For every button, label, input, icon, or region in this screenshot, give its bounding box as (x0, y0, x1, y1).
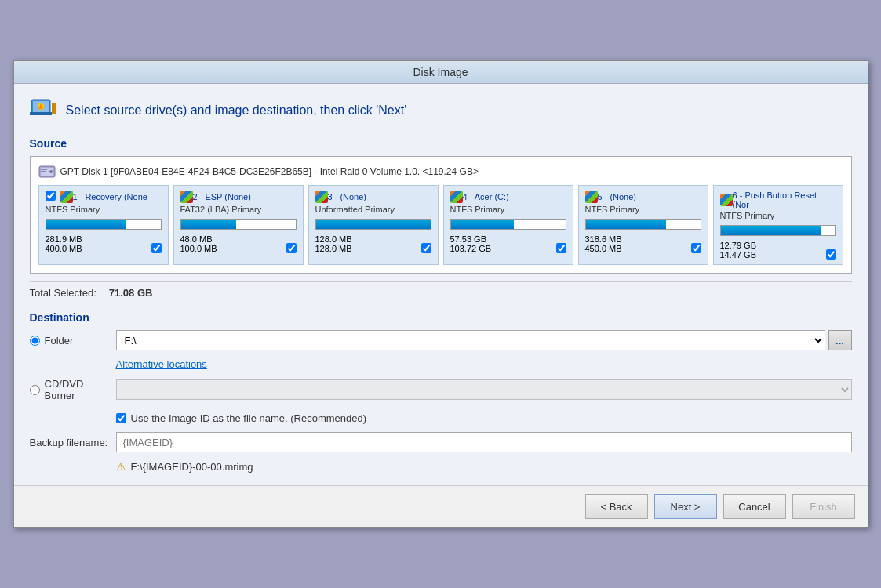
footer: < Back Next > Cancel Finish (14, 485, 868, 527)
partition-check-6 (826, 249, 836, 260)
cd-dvd-radio[interactable] (30, 385, 40, 395)
folder-radio-label[interactable]: Folder (30, 335, 74, 347)
partition-checkbox-4[interactable] (556, 243, 566, 253)
winxp-icon-6 (720, 194, 733, 206)
destination-section-label: Destination (30, 311, 852, 324)
partition-name-3: 3 - (None) (328, 192, 367, 201)
partition-name-5: 5 - (None) (598, 192, 637, 201)
partition-card-5: 5 - (None) NTFS Primary 318.6 MB 450.0 M… (578, 185, 708, 265)
back-button[interactable]: < Back (585, 494, 648, 519)
folder-radio[interactable] (30, 336, 40, 346)
filename-label: Backup filename: (30, 437, 116, 448)
partition-fs-4: NTFS Primary (450, 205, 566, 214)
header-instruction: Select source drive(s) and image destina… (66, 103, 407, 118)
partition-fs-1: NTFS Primary (46, 205, 162, 214)
svg-rect-3 (30, 112, 52, 115)
partition-total-3: 128.0 MB (315, 244, 352, 253)
cd-dvd-radio-label[interactable]: CD/DVD Burner (30, 378, 116, 401)
partition-progress-3 (315, 219, 431, 230)
folder-row: Folder F:\ ... (30, 330, 852, 350)
partition-header-2: 2 - ESP (None) (180, 191, 297, 205)
partition-card-2: 2 - ESP (None) FAT32 (LBA) Primary 48.0 … (173, 185, 304, 265)
partition-size-left-3: 128.0 MB 128.0 MB (315, 234, 352, 253)
warning-icon: ⚠ (116, 460, 126, 473)
partition-checkbox-6[interactable] (826, 249, 836, 260)
cd-dvd-row: CD/DVD Burner (30, 378, 852, 401)
partition-title-4: 4 - Acer (C:) (450, 191, 509, 203)
partition-used-6: 12.79 GB (720, 241, 756, 250)
partition-used-1: 281.9 MB (46, 234, 82, 244)
finish-button: Finish (792, 494, 855, 519)
partition-name-2: 2 - ESP (None) (193, 192, 251, 201)
window-title: Disk Image (413, 66, 468, 78)
partition-checkbox-1[interactable] (151, 243, 162, 253)
partition-card-4: 4 - Acer (C:) NTFS Primary 57.53 GB 103.… (443, 185, 573, 265)
partition-title-6: 6 - Push Button Reset (Nor (720, 191, 836, 209)
partition-header-1: 1 - Recovery (None (46, 191, 162, 205)
cancel-button[interactable]: Cancel (723, 494, 786, 519)
partition-name-1: 1 - Recovery (None (73, 192, 147, 201)
total-value: 71.08 GB (109, 287, 153, 299)
next-button[interactable]: Next > (654, 494, 717, 519)
cd-dvd-select (116, 379, 852, 400)
partition-fs-2: FAT32 (LBA) Primary (180, 205, 297, 214)
partition-size-left-4: 57.53 GB 103.72 GB (450, 234, 492, 253)
partition-checkbox-3[interactable] (421, 243, 431, 253)
source-box: GPT Disk 1 [9F0ABE04-E84E-4F24-B4C5-DC3E… (30, 156, 852, 274)
source-section-label: Source (30, 137, 852, 150)
partition-title-5: 5 - (None) (585, 191, 637, 203)
partition-checkbox-5[interactable] (691, 243, 701, 253)
content-area: Select source drive(s) and image destina… (14, 84, 868, 485)
partition-name-4: 4 - Acer (C:) (463, 192, 509, 201)
use-image-id-checkbox[interactable] (116, 413, 126, 423)
svg-rect-10 (41, 171, 46, 172)
partition-title-1: 1 - Recovery (None (60, 191, 147, 203)
partition-total-2: 100.0 MB (180, 244, 217, 253)
partition-total-5: 450.0 MB (585, 244, 622, 253)
partition-check-5 (691, 243, 701, 253)
partition-title-3: 3 - (None) (315, 191, 367, 203)
partition-total-4: 103.72 GB (450, 244, 492, 253)
filename-input[interactable] (116, 432, 852, 452)
partition-check-3 (421, 243, 431, 253)
partition-card-6: 6 - Push Button Reset (Nor NTFS Primary … (713, 185, 843, 265)
partition-checkbox-2[interactable] (286, 243, 297, 253)
partition-check-1 (151, 243, 162, 253)
browse-button[interactable]: ... (828, 330, 852, 350)
cd-dvd-select-wrapper (116, 379, 852, 400)
use-image-id-label[interactable]: Use the Image ID as the file name. (Reco… (131, 412, 367, 424)
partition-fill-5 (586, 220, 666, 229)
path-preview-text: F:\{IMAGEID}-00-00.mrimg (131, 461, 253, 473)
partition-sizes-5: 318.6 MB 450.0 MB (585, 234, 701, 253)
partition-size-left-1: 281.9 MB 400.0 MB (46, 234, 82, 253)
folder-select[interactable]: F:\ (116, 330, 825, 350)
partition-fill-6 (721, 226, 821, 235)
svg-point-8 (49, 170, 53, 173)
partition-used-2: 48.0 MB (180, 234, 217, 244)
wizard-icon (30, 96, 58, 125)
partition-progress-2 (180, 219, 297, 230)
svg-rect-9 (41, 169, 47, 170)
alt-locations-link[interactable]: Alternative locations (116, 358, 852, 370)
partition-header-6: 6 - Push Button Reset (Nor (720, 191, 836, 211)
main-window: Disk Image Select source drive(s) and im… (13, 60, 868, 528)
partition-total-1: 400.0 MB (46, 244, 82, 253)
winxp-icon-2 (180, 191, 193, 203)
svg-rect-2 (52, 103, 56, 114)
folder-label-container: Folder (30, 335, 116, 347)
partitions-row: 1 - Recovery (None NTFS Primary 281.9 MB… (38, 185, 843, 265)
partition-checkbox-outer-1[interactable] (46, 191, 56, 201)
partition-fill-1 (46, 220, 126, 229)
winxp-icon-4 (450, 191, 463, 203)
winxp-icon-5 (585, 191, 598, 203)
partition-progress-4 (450, 219, 566, 230)
disk-info-text: GPT Disk 1 [9F0ABE04-E84E-4F24-B4C5-DC3E… (60, 166, 479, 177)
partition-used-5: 318.6 MB (585, 234, 622, 244)
partition-used-4: 57.53 GB (450, 234, 492, 244)
partition-sizes-4: 57.53 GB 103.72 GB (450, 234, 566, 253)
folder-input-row: F:\ ... (116, 330, 852, 350)
folder-select-wrapper: F:\ (116, 330, 825, 350)
partition-header-3: 3 - (None) (315, 191, 431, 205)
disk-header: GPT Disk 1 [9F0ABE04-E84E-4F24-B4C5-DC3E… (38, 165, 843, 179)
partition-fill-4 (451, 220, 514, 229)
